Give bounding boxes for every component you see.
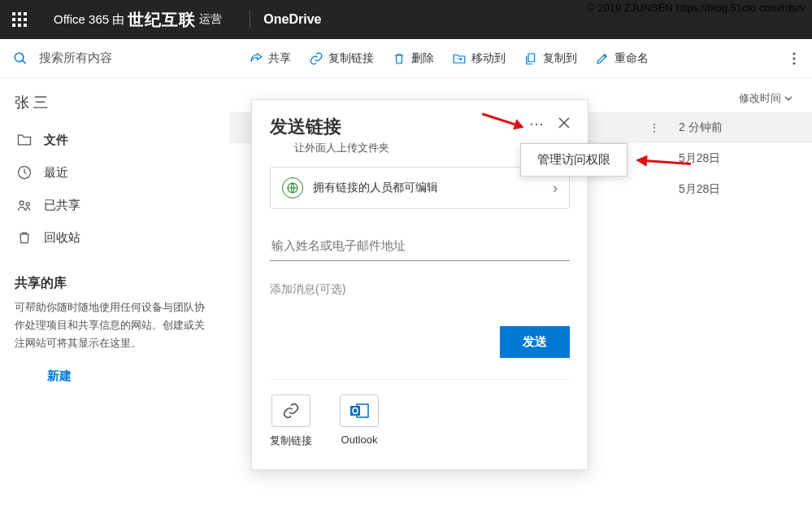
message-input[interactable]: 添加消息(可选): [270, 282, 570, 297]
more-vertical-icon: [792, 52, 796, 65]
nav-label: 已共享: [44, 198, 80, 213]
nav-label: 文件: [44, 133, 68, 148]
copylink-button[interactable]: 复制链接: [309, 51, 374, 66]
row-date: 5月28日: [679, 151, 792, 166]
header-divider: [250, 10, 250, 29]
column-modified-label: 修改时间: [739, 91, 781, 106]
moveto-icon: [452, 51, 467, 66]
search-input[interactable]: 搜索所有内容: [0, 39, 229, 78]
delete-label: 删除: [411, 51, 434, 66]
delete-button[interactable]: 删除: [392, 51, 434, 66]
link-icon: [271, 394, 310, 427]
copyto-icon: [523, 51, 538, 66]
brand-operator: 世纪互联: [128, 9, 196, 31]
svg-point-13: [792, 57, 795, 59]
recent-icon: [16, 164, 33, 181]
svg-rect-5: [24, 18, 27, 21]
row-more-button[interactable]: ⋮: [645, 121, 664, 134]
nav-item-recycle[interactable]: 回收站: [0, 221, 229, 254]
close-icon: [558, 117, 570, 129]
brand-prefix: Office 365 由: [54, 12, 124, 28]
row-date: 2 分钟前: [679, 120, 792, 135]
dialog-close-button[interactable]: [558, 115, 570, 133]
svg-point-10: [20, 201, 24, 205]
copylink-label: 复制链接: [328, 51, 374, 66]
copyto-label: 复制到: [543, 51, 577, 66]
globe-icon: [282, 177, 303, 198]
waffle-icon: [12, 12, 27, 27]
new-library-link[interactable]: 新建: [0, 364, 229, 389]
watermark-text: © 2019 ZJUNSEN https://blog.51cto.com/rd…: [587, 2, 805, 14]
nav-item-shared[interactable]: 已共享: [0, 189, 229, 221]
nav-label: 最近: [44, 165, 68, 181]
copy-link-label: 复制链接: [270, 434, 312, 448]
nav-item-recent[interactable]: 最近: [0, 156, 229, 189]
svg-rect-2: [24, 12, 27, 15]
brand-label: Office 365 由 世纪互联 运营: [39, 0, 237, 39]
app-name: OneDrive: [263, 12, 321, 27]
nav-item-files[interactable]: 文件: [0, 124, 229, 156]
user-name: 张 三: [0, 78, 229, 124]
outlook-tile[interactable]: Outlook: [340, 394, 379, 448]
shared-library-title: 共享的库: [0, 254, 229, 299]
copy-link-tile[interactable]: 复制链接: [270, 394, 312, 448]
share-icon: [249, 51, 263, 66]
svg-rect-4: [18, 18, 21, 21]
svg-rect-6: [12, 24, 15, 27]
svg-rect-3: [12, 18, 15, 21]
manage-access-tooltip[interactable]: 管理访问权限: [520, 143, 627, 177]
rename-icon: [595, 51, 610, 66]
svg-rect-0: [12, 12, 15, 15]
app-launcher-button[interactable]: [0, 0, 39, 39]
outlook-icon: [340, 394, 379, 427]
chevron-right-icon: ›: [553, 180, 558, 197]
folder-icon: [16, 132, 33, 148]
svg-rect-1: [18, 12, 21, 15]
share-label: 共享: [268, 51, 291, 66]
svg-rect-7: [18, 24, 21, 27]
dialog-subtitle: 让外面人上传文件夹: [270, 141, 529, 155]
moveto-button[interactable]: 移动到: [452, 51, 506, 66]
shared-library-desc: 可帮助你随时随地使用任何设备与团队协作处理项目和共享信息的网站。创建或关注网站可…: [0, 299, 229, 364]
svg-point-11: [26, 203, 29, 206]
moveto-label: 移动到: [471, 51, 506, 66]
permission-text: 拥有链接的人员都可编辑: [313, 181, 543, 195]
link-icon: [309, 51, 323, 66]
dialog-title: 发送链接: [270, 115, 529, 139]
outlook-label: Outlook: [341, 434, 378, 446]
svg-rect-8: [24, 24, 27, 27]
dialog-more-button[interactable]: ⋯: [529, 115, 544, 133]
svg-point-12: [792, 52, 795, 54]
share-button[interactable]: 共享: [249, 51, 291, 66]
shared-icon: [16, 197, 33, 213]
command-bar: 共享 复制链接 删除 移动到 复制到 重命名: [229, 39, 812, 78]
dialog-divider: [270, 379, 570, 380]
recipient-input[interactable]: [270, 230, 570, 261]
rename-button[interactable]: 重命名: [595, 51, 649, 66]
send-button[interactable]: 发送: [500, 326, 570, 358]
brand-suffix: 运营: [199, 12, 222, 27]
toolbar-more-button[interactable]: [779, 44, 809, 73]
column-modified[interactable]: 修改时间: [739, 91, 792, 106]
rename-label: 重命名: [614, 51, 649, 66]
copyto-button[interactable]: 复制到: [523, 51, 577, 66]
svg-point-14: [792, 62, 795, 64]
recycle-icon: [16, 229, 33, 246]
search-placeholder: 搜索所有内容: [39, 50, 112, 66]
nav-list: 文件 最近 已共享 回收站: [0, 124, 229, 254]
sidebar: 搜索所有内容 张 三 文件 最近 已共享 回收站 共享的库 可帮助你随时随地使用…: [0, 39, 229, 523]
row-date: 5月28日: [679, 182, 792, 197]
nav-label: 回收站: [44, 230, 80, 246]
delete-icon: [392, 51, 406, 66]
share-app-list: 复制链接 Outlook: [270, 394, 570, 448]
chevron-down-icon: [784, 94, 792, 102]
search-icon: [13, 51, 28, 66]
